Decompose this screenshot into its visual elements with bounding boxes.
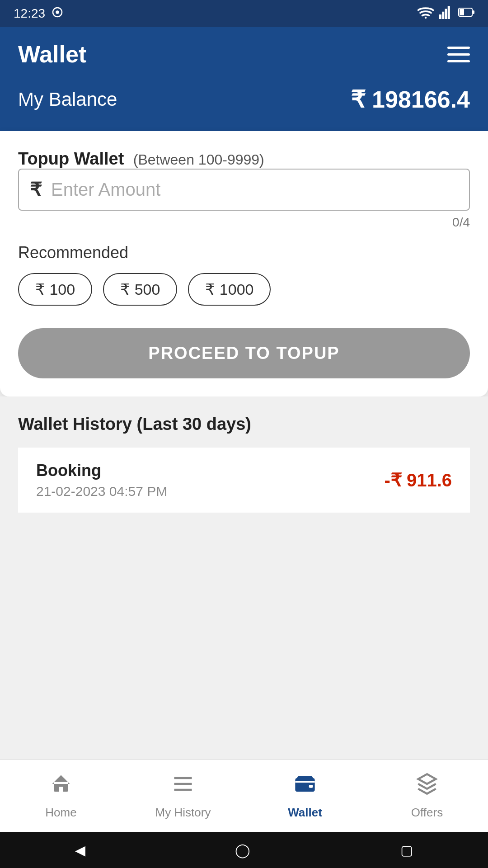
char-count: 0/4 [18, 215, 470, 230]
svg-rect-17 [309, 785, 313, 788]
page-title: Wallet [18, 41, 86, 68]
signal-icon [439, 5, 453, 22]
svg-rect-4 [442, 11, 444, 19]
history-icon [171, 772, 195, 801]
history-item-amount: -₹ 911.6 [384, 470, 452, 491]
bottom-nav: Home My History Wallet [0, 760, 488, 832]
history-item-details: Booking 21-02-2023 04:57 PM [36, 461, 167, 499]
recommended-chips: ₹ 100 ₹ 500 ₹ 1000 [18, 273, 470, 306]
wifi-icon [418, 5, 434, 22]
amount-input[interactable] [51, 179, 458, 200]
time-display: 12:23 [14, 6, 45, 21]
history-item-type: Booking [36, 461, 167, 480]
svg-rect-8 [473, 10, 474, 14]
balance-amount: ₹ 198166.4 [351, 86, 470, 113]
home-icon [49, 772, 73, 801]
wallet-icon [293, 772, 317, 801]
topup-range: (Between 100-9999) [133, 151, 264, 168]
amount-input-wrapper[interactable]: ₹ [18, 169, 470, 211]
topup-title-row: Topup Wallet (Between 100-9999) [18, 149, 470, 169]
nav-item-wallet[interactable]: Wallet [244, 772, 366, 820]
history-item-date: 21-02-2023 04:57 PM [36, 484, 167, 499]
battery-icon [458, 6, 474, 21]
svg-point-1 [56, 10, 59, 14]
nav-label-offers: Offers [411, 806, 443, 820]
home-button[interactable]: ◯ [235, 842, 250, 858]
history-section: Wallet History (Last 30 days) Booking 21… [0, 396, 488, 513]
status-bar: 12:23 [0, 0, 488, 27]
chip-1000[interactable]: ₹ 1000 [188, 273, 271, 306]
offers-icon [415, 772, 439, 801]
balance-label: My Balance [18, 89, 117, 110]
history-title: Wallet History (Last 30 days) [18, 415, 470, 434]
svg-rect-6 [448, 6, 450, 19]
rupee-symbol: ₹ [30, 179, 42, 201]
nav-item-home[interactable]: Home [0, 772, 122, 820]
nav-label-history: My History [155, 806, 211, 820]
chip-100[interactable]: ₹ 100 [18, 273, 92, 306]
nav-item-offers[interactable]: Offers [366, 772, 488, 820]
table-row: Booking 21-02-2023 04:57 PM -₹ 911.6 [18, 448, 470, 513]
menu-button[interactable] [447, 47, 470, 62]
recents-button[interactable]: ▢ [400, 842, 413, 858]
back-button[interactable]: ◀ [75, 842, 85, 858]
android-nav-bar: ◀ ◯ ▢ [0, 832, 488, 868]
recommended-label: Recommended [18, 243, 470, 262]
svg-rect-9 [460, 9, 464, 15]
nav-label-wallet: Wallet [288, 806, 322, 820]
topup-title: Topup Wallet [18, 149, 124, 168]
proceed-topup-button[interactable]: PROCEED TO TOPUP [18, 328, 470, 378]
header: Wallet My Balance ₹ 198166.4 [0, 27, 488, 131]
nav-item-history[interactable]: My History [122, 772, 244, 820]
chip-500[interactable]: ₹ 500 [103, 273, 177, 306]
svg-rect-3 [439, 14, 441, 19]
topup-card: Topup Wallet (Between 100-9999) ₹ 0/4 Re… [0, 131, 488, 396]
nav-label-home: Home [45, 806, 76, 820]
svg-rect-5 [445, 9, 447, 19]
svg-point-2 [425, 16, 427, 19]
notification-icon [51, 5, 64, 22]
